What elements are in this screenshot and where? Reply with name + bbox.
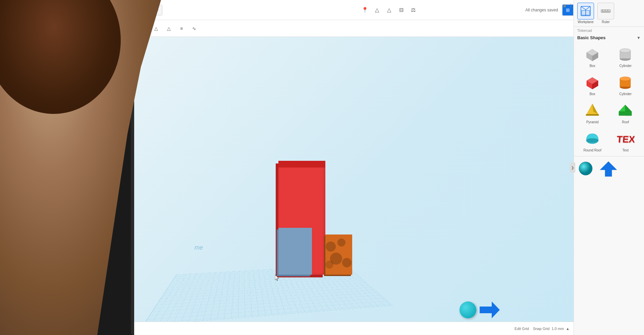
workplane-item[interactable]: Workplane xyxy=(577,3,594,24)
workplane-section: Workplane Ruler xyxy=(574,0,644,27)
top-bar: ← → 📍 △ △ ⊟ ⚖ All changes saved ⊞ ⊡ What… xyxy=(134,0,644,20)
secondary-toolbar: ◉ △ △ ≡ ∿ xyxy=(134,20,574,37)
snap-control: Snap Grid 1.0 mm ▲ xyxy=(533,327,570,331)
bottom-bar: Edit Grid Snap Grid 1.0 mm ▲ xyxy=(134,322,574,335)
shape-item-box-red[interactable]: Box xyxy=(577,71,608,98)
top-bar-center: 📍 △ △ ⊟ ⚖ xyxy=(264,5,515,15)
svg-line-2 xyxy=(586,6,590,10)
box-gray-icon xyxy=(582,45,602,63)
shapes-dropdown[interactable]: Basic Shapes ▼ xyxy=(574,35,644,41)
svg-marker-27 xyxy=(586,104,599,116)
ruler-item[interactable]: Ruler xyxy=(597,3,614,24)
svg-marker-29 xyxy=(586,114,599,116)
svg-text:TEXT: TEXT xyxy=(616,135,635,145)
collapse-panel-handle[interactable]: ❯ xyxy=(570,162,575,173)
cursor xyxy=(275,275,279,281)
location-icon[interactable]: 📍 xyxy=(360,5,370,15)
svg-line-1 xyxy=(581,6,586,10)
star-icon[interactable]: ★ xyxy=(562,3,567,9)
round-roof-teal-icon xyxy=(582,129,602,148)
shape-item-cylinder-gray[interactable]: Cylinder xyxy=(610,43,642,70)
roof-green-label: Roof xyxy=(622,120,629,124)
monitor-screen: ← → 📍 △ △ ⊟ ⚖ All changes saved ⊞ ⊡ What… xyxy=(134,0,644,335)
roof-green-icon xyxy=(615,101,636,120)
tool-4[interactable]: ≡ xyxy=(176,23,186,34)
ruler-label: Ruler xyxy=(602,20,610,24)
shape-item-roof-green[interactable]: Roof xyxy=(610,99,642,126)
bottom-sphere-item[interactable] xyxy=(577,160,595,177)
cylinder-gray-icon xyxy=(615,45,636,63)
workplane-icon xyxy=(577,3,594,19)
pyramid-yellow-label: Pyramid xyxy=(586,120,599,124)
tool-3[interactable]: △ xyxy=(164,23,174,34)
box-gray-label: Box xyxy=(590,64,595,68)
align-icon[interactable]: ⊟ xyxy=(396,5,406,15)
cylinder-gray-label: Cylinder xyxy=(619,64,632,68)
text-red-icon: TEXT TEXT xyxy=(615,129,636,148)
shapes-title: Basic Shapes xyxy=(577,35,606,40)
shape-item-round-roof-teal[interactable]: Round Roof xyxy=(577,127,608,154)
svg-rect-32 xyxy=(619,112,632,116)
arrow-svg xyxy=(598,160,617,177)
svg-point-20 xyxy=(620,49,631,53)
svg-rect-4 xyxy=(582,10,590,15)
bottom-arrow-item[interactable] xyxy=(598,160,617,177)
ruler-icon xyxy=(597,3,614,19)
text-red-label: Text xyxy=(623,148,629,152)
box-red-icon xyxy=(582,73,602,91)
round-roof-teal-label: Round Roof xyxy=(584,148,601,152)
shape-item-pyramid-yellow[interactable]: Pyramid xyxy=(577,99,608,126)
grid-label: me xyxy=(195,244,203,251)
right-panel: Workplane Ruler Ti xyxy=(574,0,644,335)
orange-box-shape[interactable] xyxy=(325,234,352,275)
sphere-svg xyxy=(577,160,595,177)
mirror-icon[interactable]: ⚖ xyxy=(409,5,418,15)
snap-up-icon[interactable]: ▲ xyxy=(566,327,570,331)
shape-item-box-gray[interactable]: Box xyxy=(577,43,608,70)
cylinder-orange-label: Cylinder xyxy=(619,92,632,96)
shapes-dropdown-arrow[interactable]: ▼ xyxy=(637,36,641,40)
triangle-icon[interactable]: △ xyxy=(372,5,382,15)
teal-sphere-shape[interactable] xyxy=(460,302,476,318)
cylinder-orange-icon xyxy=(615,73,636,91)
svg-point-26 xyxy=(620,77,631,81)
svg-point-34 xyxy=(586,138,598,142)
shape-item-cylinder-orange[interactable]: Cylinder xyxy=(610,71,642,98)
canvas-area[interactable]: me xyxy=(134,37,574,335)
shape-item-text-red[interactable]: TEXT TEXT Text xyxy=(610,127,642,154)
shapes-grid: Box Cylinder xyxy=(574,41,644,156)
kebab-menu-icon[interactable]: ⋮ xyxy=(568,3,574,9)
snap-grid-label: Snap Grid xyxy=(533,327,550,331)
tool-5[interactable]: ∿ xyxy=(189,23,199,34)
blue-box-shape[interactable] xyxy=(278,228,312,275)
shapes-category-header: Tinkercad xyxy=(574,27,644,35)
snap-value[interactable]: 1.0 mm xyxy=(551,327,564,331)
svg-point-37 xyxy=(579,162,592,175)
blue-arrow-shape[interactable] xyxy=(480,302,500,318)
save-status: All changes saved xyxy=(525,8,558,12)
bottom-panel-shapes xyxy=(574,156,644,180)
box-red-label: Box xyxy=(590,92,595,96)
bottom-shapes xyxy=(460,302,500,318)
shapes-category-label: Tinkercad xyxy=(577,29,641,32)
triangle-outline-icon[interactable]: △ xyxy=(384,5,394,15)
pyramid-yellow-icon xyxy=(582,101,602,120)
grid-floor xyxy=(143,265,393,326)
workplane-label: Workplane xyxy=(578,20,594,24)
svg-marker-38 xyxy=(600,161,617,177)
edit-grid-label[interactable]: Edit Grid xyxy=(515,327,529,331)
